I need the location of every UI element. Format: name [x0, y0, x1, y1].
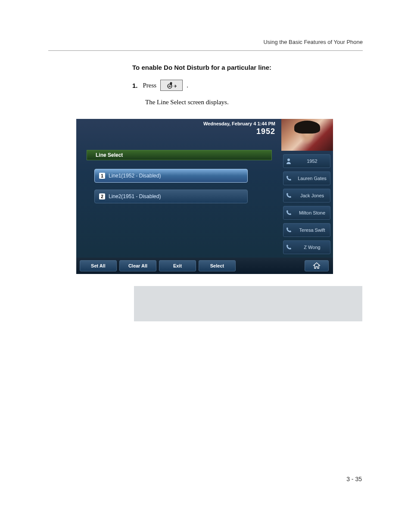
handset-icon: [285, 175, 292, 182]
handset-icon: [285, 209, 292, 216]
softkey-bar: Set All Clear All Exit Select: [76, 258, 333, 274]
contact-item[interactable]: Teresa Swift: [283, 223, 330, 237]
line-label-2: Line2(1951 - Disabled): [109, 193, 161, 199]
handset-icon: [285, 244, 292, 251]
contact-label: Jack Jones: [294, 193, 330, 198]
svg-text:DND: DND: [168, 85, 172, 87]
step-period: .: [187, 82, 188, 89]
line-badge-2: 2: [99, 193, 105, 199]
softkey-clear-all[interactable]: Clear All: [119, 260, 156, 271]
handset-icon: [285, 227, 292, 233]
softkey-select[interactable]: Select: [199, 260, 236, 271]
step-press-text: Press: [143, 82, 157, 89]
content-block: To enable Do Not Disturb for a particula…: [132, 64, 363, 106]
page-number: 3 - 35: [346, 476, 362, 482]
screen-main-area: Wednesday, February 4 1:44 PM 1952 Line …: [76, 119, 279, 257]
contact-item[interactable]: Lauren Gates: [283, 171, 330, 185]
step-1: 1. Press DND .: [132, 80, 363, 91]
contact-item[interactable]: Milton Stone: [283, 206, 330, 220]
contact-label: Teresa Swift: [294, 227, 330, 233]
svg-point-5: [287, 159, 290, 161]
status-date: Wednesday, February 4 1:44 PM: [203, 121, 275, 127]
contact-item[interactable]: Jack Jones: [283, 189, 330, 202]
phone-screenshot: Wednesday, February 4 1:44 PM 1952 Line …: [76, 119, 333, 274]
handset-icon: [285, 192, 292, 199]
screen-right-column: 1952 Lauren Gates Jack Jones Milton Ston…: [281, 119, 333, 257]
running-head: Using the Basic Features of Your Phone: [48, 39, 363, 49]
person-icon: [285, 158, 292, 165]
softkey-set-all[interactable]: Set All: [80, 260, 117, 271]
note-box: [134, 286, 362, 321]
contact-item[interactable]: Z Wong: [283, 240, 330, 254]
status-extension: 1952: [203, 127, 275, 137]
line-label-1: Line1(1952 - Disabled): [109, 173, 161, 179]
line-item-1[interactable]: 1 Line1(1952 - Disabled): [94, 169, 248, 183]
step-result-text: The Line Select screen displays.: [145, 99, 363, 106]
step-number: 1.: [132, 82, 138, 89]
user-photo: [281, 119, 333, 151]
status-bar: Wednesday, February 4 1:44 PM 1952: [203, 121, 275, 137]
header-rule: [48, 50, 363, 51]
contact-label: Z Wong: [294, 245, 330, 250]
screen-title: Line Select: [96, 152, 123, 158]
dnd-button-icon: DND: [160, 80, 183, 91]
softkey-home[interactable]: [305, 260, 329, 271]
line-item-2[interactable]: 2 Line2(1951 - Disabled): [94, 190, 248, 203]
line-badge-1: 1: [99, 173, 105, 179]
softkey-exit[interactable]: Exit: [159, 260, 196, 271]
home-icon: [313, 262, 321, 270]
contact-label: Lauren Gates: [294, 176, 330, 181]
contact-self[interactable]: 1952: [283, 154, 330, 168]
contact-label: Milton Stone: [294, 210, 330, 215]
section-heading: To enable Do Not Disturb for a particula…: [132, 64, 363, 71]
screen-title-bar: Line Select: [87, 150, 272, 160]
contact-label: 1952: [294, 159, 330, 164]
page-header: Using the Basic Features of Your Phone: [48, 39, 363, 51]
